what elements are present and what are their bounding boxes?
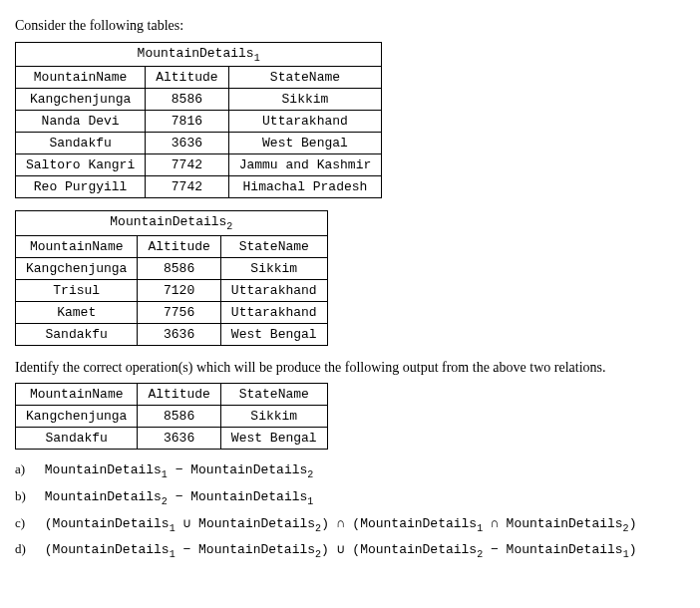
option-a: a) MountainDetails1 − MountainDetails2 xyxy=(15,461,685,480)
table1-header-0: MountainName xyxy=(16,67,146,89)
option-c-label: c) xyxy=(15,515,33,531)
option-b: b) MountainDetails2 − MountainDetails1 xyxy=(15,488,685,507)
table-row: Sandakfu3636West Bengal xyxy=(16,133,382,154)
table2-title: MountainDetails2 xyxy=(16,211,328,236)
table-row: Kangchenjunga8586Sikkim xyxy=(16,406,328,428)
option-b-label: b) xyxy=(15,488,33,504)
table-row: MountainName Altitude StateName xyxy=(16,384,328,406)
option-a-label: a) xyxy=(15,461,33,477)
table1-header-1: Altitude xyxy=(146,67,228,89)
table-row: Reo Purgyill7742Himachal Pradesh xyxy=(16,176,382,198)
table3-header-2: StateName xyxy=(220,384,327,406)
table-row: Kangchenjunga8586Sikkim xyxy=(16,257,328,279)
intro-text: Consider the following tables: xyxy=(15,16,685,36)
table-row: MountainName Altitude StateName xyxy=(16,235,328,257)
table2-header-0: MountainName xyxy=(16,235,138,257)
table-mountain-details-2: MountainDetails2 MountainName Altitude S… xyxy=(15,210,328,346)
table-row: Kangchenjunga8586Sikkim xyxy=(16,89,382,111)
table3-header-1: Altitude xyxy=(138,384,220,406)
table2-header-2: StateName xyxy=(220,235,327,257)
table1-header-2: StateName xyxy=(228,67,382,89)
table3-header-0: MountainName xyxy=(16,384,138,406)
table2-header-1: Altitude xyxy=(138,235,220,257)
table-mountain-details-1: MountainDetails1 MountainName Altitude S… xyxy=(15,42,382,199)
table-row: Sandakfu3636West Bengal xyxy=(16,323,328,345)
table1-title: MountainDetails1 xyxy=(16,42,382,67)
table-row: Kamet7756Uttarakhand xyxy=(16,301,328,323)
table-row: Sandakfu3636West Bengal xyxy=(16,428,328,450)
option-d: d) (MountainDetails1 − MountainDetails2)… xyxy=(15,541,685,560)
option-d-label: d) xyxy=(15,541,33,557)
table-row: MountainName Altitude StateName xyxy=(16,67,382,89)
option-c: c) (MountainDetails1 ∪ MountainDetails2)… xyxy=(15,515,685,534)
table-row: Saltoro Kangri7742Jammu and Kashmir xyxy=(16,154,382,176)
table-row: Nanda Devi7816Uttarakhand xyxy=(16,111,382,133)
table-output: MountainName Altitude StateName Kangchen… xyxy=(15,383,328,450)
question-text: Identify the correct operation(s) which … xyxy=(15,358,685,378)
table-row: Trisul7120Uttarakhand xyxy=(16,279,328,301)
